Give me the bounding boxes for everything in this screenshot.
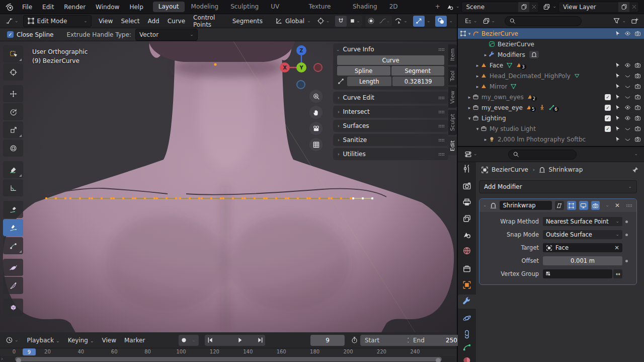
outliner-row-beziercurve[interactable]: BezierCurve	[458, 39, 644, 49]
properties-tab-tool[interactable]	[458, 162, 476, 176]
proportional-falloff-button[interactable]: ⌄	[377, 16, 392, 27]
sidebar-tab-tool[interactable]: Tool	[448, 66, 457, 85]
view-layer-name[interactable]: View Layer	[559, 4, 618, 11]
curve-scope-button[interactable]: Curve	[337, 55, 444, 65]
copy-scene-button[interactable]	[518, 2, 529, 12]
sidebar-tab-edit[interactable]: Edit	[448, 136, 457, 155]
drag-dots-icon[interactable]	[438, 151, 445, 158]
wrap-method-dropdown[interactable]: Nearest Surface Point⌄	[543, 217, 622, 226]
workspace-tab-modeling[interactable]: Modeling	[186, 2, 224, 12]
selectable-icon[interactable]	[614, 62, 621, 68]
exclude-checkbox[interactable]: ✓	[605, 105, 611, 111]
properties-tab-material[interactable]	[458, 353, 476, 362]
zoom-button[interactable]	[309, 90, 323, 103]
playhead[interactable]: 9	[23, 348, 36, 355]
offset-slider[interactable]: 0.001 m	[543, 256, 622, 265]
add-modifier-button[interactable]: Add Modifier⌄	[479, 180, 637, 193]
camera-icon[interactable]	[634, 30, 641, 37]
proportional-editing-toggle[interactable]	[365, 16, 377, 27]
viewport-3d[interactable]: User Orthographic (9) BezierCurve Z X Y	[0, 41, 457, 332]
outliner-row-mirror[interactable]: ▸Mirror	[458, 81, 644, 92]
axis-x-negative[interactable]	[313, 63, 323, 72]
viewport-menu-view[interactable]: View	[95, 18, 117, 25]
tool-randomize[interactable]	[3, 299, 23, 316]
tool-annotate[interactable]	[3, 161, 23, 178]
gizmos-dropdown[interactable]: ⌄	[425, 16, 433, 27]
corner-chevron[interactable]: ›	[1, 356, 3, 361]
properties-tab-view-layer[interactable]	[458, 211, 476, 226]
scene-name[interactable]: Scene	[462, 4, 518, 11]
animate-decorator[interactable]	[625, 260, 628, 262]
disclosure-triangle[interactable]: ▾	[474, 126, 480, 131]
properties-editor-type-button[interactable]: ⌄	[462, 149, 480, 160]
selectable-icon[interactable]	[614, 115, 621, 121]
disclosure-triangle[interactable]: ▸	[474, 84, 480, 89]
outliner-search-input[interactable]	[505, 16, 582, 26]
outliner-row-beziercurve[interactable]: ▾BezierCurve	[458, 28, 644, 39]
sidebar-tab-sculpt[interactable]: Sculpt	[448, 110, 457, 135]
remove-modifier-button[interactable]: ✕	[615, 202, 620, 209]
properties-tab-scene[interactable]	[458, 228, 476, 242]
exclude-checkbox[interactable]: ✓	[605, 126, 611, 132]
realtime-display-toggle[interactable]	[579, 201, 588, 210]
target-object-field[interactable]: Face✕	[543, 243, 622, 252]
disclosure-triangle[interactable]: ▸	[474, 74, 480, 79]
selectable-icon[interactable]	[614, 83, 621, 90]
disclosure-triangle[interactable]: ▸	[474, 63, 480, 68]
exclude-checkbox[interactable]: ✓	[605, 94, 611, 100]
timeline-menu-keying[interactable]: Keying⌄	[64, 337, 98, 344]
exclude-checkbox[interactable]: ✓	[605, 115, 611, 121]
scrollbar-handle-right[interactable]	[436, 358, 441, 362]
panel-surfaces[interactable]: ⌄Surfaces	[333, 120, 448, 132]
sidebar-tab-view[interactable]: View	[448, 87, 457, 108]
axis-z[interactable]: Z	[296, 45, 306, 55]
viewport-menu-curve[interactable]: Curve	[164, 18, 189, 25]
modifier-name-field[interactable]: Shrinkwrap	[500, 201, 552, 210]
unlink-scene-button[interactable]	[529, 4, 538, 10]
outliner-filter-button[interactable]: ⌄	[610, 16, 628, 27]
extrude-handle-dropdown[interactable]: Vector ⌄	[135, 29, 198, 41]
orthographic-toggle-button[interactable]	[309, 138, 323, 151]
disclosure-triangle[interactable]: ▸	[482, 137, 489, 142]
prev-keyframe-button[interactable]	[215, 335, 225, 346]
outliner-editor-type-button[interactable]: ⌄	[462, 16, 480, 27]
eye-icon[interactable]	[624, 30, 631, 37]
vertex-group-field[interactable]	[543, 269, 612, 278]
frame-end-field[interactable]: End250	[409, 335, 462, 346]
gizmos-toggle[interactable]	[413, 16, 425, 27]
panel-intersect[interactable]: ⌄Intersect	[333, 106, 448, 118]
scrollbar-handle-left[interactable]	[16, 358, 21, 362]
clear-target-button[interactable]: ✕	[614, 244, 619, 251]
selectable-icon[interactable]	[614, 136, 621, 142]
viewport-menu-segments[interactable]: Segments	[228, 18, 267, 25]
timeline-menu-marker[interactable]: Marker	[120, 337, 149, 344]
overlays-toggle[interactable]	[435, 16, 447, 27]
eye-closed-icon[interactable]	[624, 83, 631, 90]
outliner-row-my-studio-light[interactable]: ▾My studio Light✓	[458, 123, 644, 134]
properties-tab-output[interactable]	[458, 195, 476, 209]
eye-closed-icon[interactable]	[624, 125, 631, 132]
disclosure-triangle[interactable]: ▾	[466, 116, 472, 121]
animate-decorator[interactable]	[625, 234, 628, 236]
outliner-row-modifiers[interactable]: ▸Modifiers	[458, 49, 644, 60]
properties-tab-object-data[interactable]	[458, 340, 476, 354]
eye-icon[interactable]	[624, 104, 631, 111]
tool-move[interactable]	[3, 85, 23, 102]
pan-button[interactable]	[309, 106, 323, 119]
scene-icon[interactable]	[446, 3, 454, 11]
tool-extrude-curve[interactable]	[3, 237, 23, 254]
disclosure-triangle[interactable]: ▾	[466, 31, 472, 36]
eye-icon[interactable]	[624, 115, 631, 121]
render-display-toggle[interactable]	[591, 201, 600, 210]
tool-tilt[interactable]	[3, 277, 23, 294]
auto-keying-button[interactable]	[179, 335, 189, 346]
show-gizmo-visibility-button[interactable]: ⌄	[392, 16, 410, 27]
drag-dots-icon[interactable]	[438, 46, 445, 53]
animate-decorator[interactable]	[625, 221, 628, 223]
properties-search-input[interactable]	[508, 150, 577, 160]
properties-tab-constraints[interactable]	[458, 327, 476, 341]
viewport-menu-select[interactable]: Select	[117, 18, 143, 25]
panel-sanitize[interactable]: ⌄Sanitize	[333, 134, 448, 146]
outliner-row-my-evee-eye[interactable]: ▸my_evee_eye56✓	[458, 102, 644, 113]
selectable-icon[interactable]	[614, 94, 621, 100]
